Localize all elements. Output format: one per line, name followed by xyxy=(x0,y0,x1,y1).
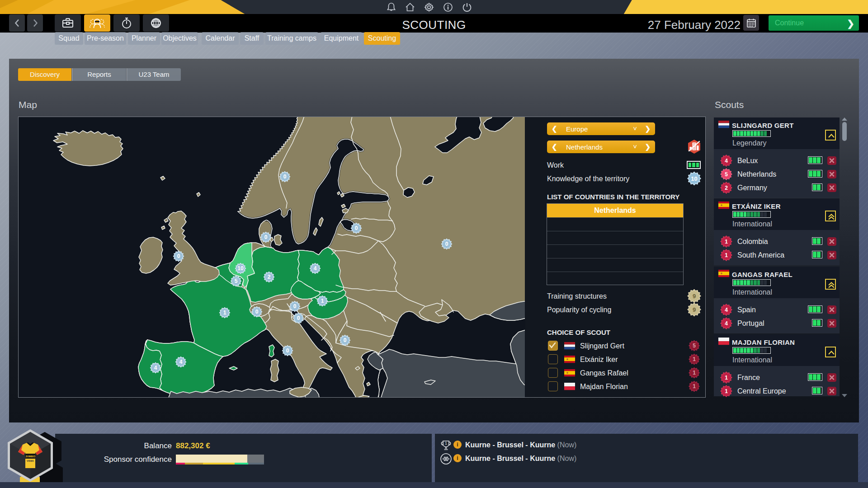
svg-text:4: 4 xyxy=(154,365,157,371)
svg-text:1: 1 xyxy=(725,239,728,245)
svg-text:1: 1 xyxy=(725,252,728,258)
svg-text:JUMBO: JUMBO xyxy=(25,455,35,458)
svg-text:4: 4 xyxy=(725,307,728,313)
svg-text:9: 9 xyxy=(693,293,696,300)
svg-text:0: 0 xyxy=(283,174,287,180)
svg-text:5: 5 xyxy=(725,171,728,178)
svg-text:4: 4 xyxy=(314,265,317,272)
svg-text:1: 1 xyxy=(725,375,728,381)
svg-text:1: 1 xyxy=(693,370,696,376)
svg-text:4: 4 xyxy=(179,359,183,365)
svg-text:10: 10 xyxy=(237,265,244,272)
svg-text:0: 0 xyxy=(177,253,180,259)
svg-text:9: 9 xyxy=(693,306,696,313)
svg-text:1: 1 xyxy=(321,298,324,304)
svg-text:0: 0 xyxy=(297,315,300,321)
svg-text:1: 1 xyxy=(223,310,226,316)
svg-text:0: 0 xyxy=(355,225,358,231)
svg-text:0: 0 xyxy=(344,337,347,343)
svg-text:1: 1 xyxy=(725,388,728,394)
svg-text:VISMA: VISMA xyxy=(27,460,34,462)
svg-text:0: 0 xyxy=(293,303,297,310)
svg-text:5: 5 xyxy=(235,278,238,284)
svg-text:4: 4 xyxy=(725,158,728,164)
svg-text:1: 1 xyxy=(445,441,447,446)
svg-text:2: 2 xyxy=(725,185,728,191)
svg-text:0: 0 xyxy=(286,347,289,354)
svg-text:0: 0 xyxy=(264,234,268,240)
svg-text:1: 1 xyxy=(693,356,696,362)
svg-text:0: 0 xyxy=(445,241,448,247)
svg-text:0: 0 xyxy=(255,309,259,315)
svg-text:5: 5 xyxy=(693,343,696,349)
svg-text:1: 1 xyxy=(693,383,696,389)
svg-text:4: 4 xyxy=(725,320,728,327)
svg-text:10: 10 xyxy=(691,175,697,182)
svg-text:2: 2 xyxy=(268,274,271,280)
